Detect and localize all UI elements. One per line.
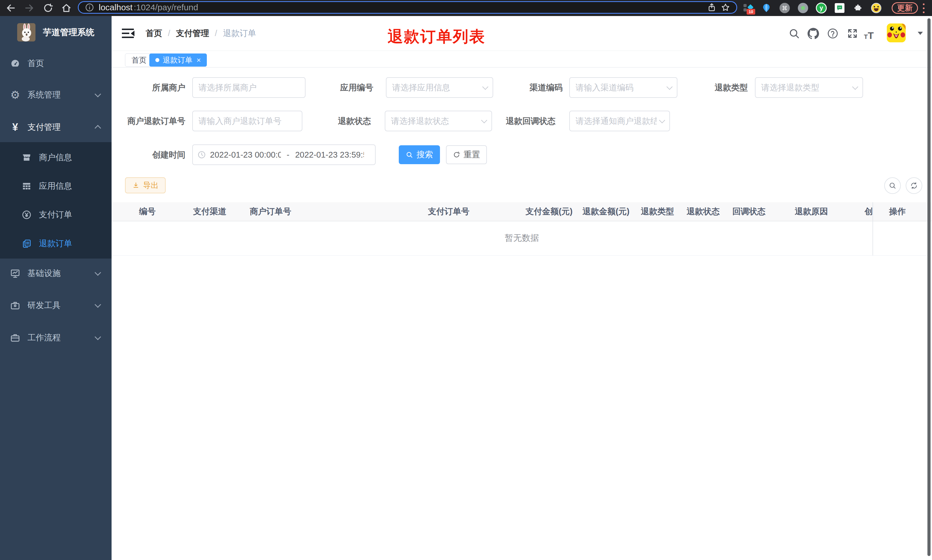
app-logo-row[interactable]: 芋道管理系统 <box>17 23 94 42</box>
clock-icon <box>197 151 206 159</box>
extension-emoji-icon[interactable] <box>871 3 882 14</box>
breadcrumb-separator: / <box>215 29 217 38</box>
site-info-icon[interactable] <box>85 3 94 12</box>
browser-reload-icon[interactable] <box>43 3 53 13</box>
sidebar-item-pay-order[interactable]: 支付订单 <box>0 200 112 229</box>
sidebar-item-label: 支付管理 <box>28 122 61 133</box>
channel-input[interactable] <box>569 77 677 98</box>
github-icon[interactable] <box>807 28 819 39</box>
label-refund-status: 退款状态 <box>314 111 371 131</box>
col-actions: 操作 <box>889 202 906 221</box>
extension-puzzle-icon[interactable] <box>852 3 863 14</box>
share-icon[interactable] <box>707 3 716 12</box>
tab-refund-order[interactable]: 退款订单 × <box>149 54 207 67</box>
notify-status-input[interactable] <box>569 111 670 131</box>
sidebar-item-merchant-info[interactable]: 商户信息 <box>0 143 112 172</box>
font-size-icon[interactable]: TT <box>864 29 880 40</box>
url-host: localhost <box>99 3 132 12</box>
browser-home-icon[interactable] <box>61 3 72 13</box>
merchant-input[interactable] <box>192 77 306 98</box>
sidebar-item-workflow[interactable]: 工作流程 <box>0 323 112 353</box>
merchant-refund-no-input[interactable] <box>192 111 302 131</box>
col-id: 编号 <box>139 202 155 221</box>
refund-type-input[interactable] <box>755 77 863 98</box>
sidebar-item-app-info[interactable]: 应用信息 <box>0 172 112 200</box>
reset-button[interactable]: 重置 <box>446 145 487 164</box>
chevron-down-icon <box>95 91 101 97</box>
extension-chat-icon[interactable] <box>834 3 845 14</box>
merchant-refund-no-field[interactable] <box>192 111 302 131</box>
bookmark-star-icon[interactable] <box>721 3 730 12</box>
label-notify-status: 退款回调状态 <box>490 111 555 131</box>
tags-view-bar: 首页 退款订单 × <box>112 51 932 68</box>
search-button-label: 搜索 <box>417 149 433 160</box>
gear-icon: ⚙ <box>9 89 21 100</box>
breadcrumb: 首页 / 支付管理 / 退款订单 <box>146 16 256 51</box>
tab-label: 退款订单 <box>163 55 192 65</box>
sidebar-item-label: 系统管理 <box>28 89 61 101</box>
extension-balloon-icon[interactable] <box>761 3 772 14</box>
app-input[interactable] <box>386 77 493 98</box>
app-select[interactable] <box>386 77 493 98</box>
sidebar-item-pay[interactable]: ¥ 支付管理 <box>0 112 112 142</box>
avatar-dropdown-caret[interactable] <box>918 32 923 35</box>
address-bar[interactable]: localhost :1024/pay/refund <box>78 1 737 14</box>
tab-home[interactable]: 首页 <box>125 54 153 67</box>
extension-tab-manager-icon[interactable]: 10 <box>743 3 754 14</box>
refund-status-input[interactable] <box>385 111 492 131</box>
merchant-select[interactable] <box>192 77 306 98</box>
col-refund-status: 退款状态 <box>687 202 720 221</box>
date-range-start[interactable]: 2022-01-23 00:00:00 <box>210 150 281 160</box>
sidebar-item-system[interactable]: ⚙ 系统管理 <box>0 80 112 110</box>
table-grid-icon <box>21 182 32 191</box>
sidebar: 芋道管理系统 首页 ⚙ 系统管理 ¥ 支付管理 商户信息 <box>0 16 112 560</box>
date-range-end[interactable]: 2022-01-23 23:59:59 <box>295 150 364 160</box>
col-pay-channel: 支付渠道 <box>193 202 226 221</box>
refresh-table-button[interactable] <box>906 177 922 194</box>
extension-command-icon[interactable] <box>779 3 790 14</box>
sidebar-item-label: 支付订单 <box>39 209 72 220</box>
monitor-chart-icon <box>9 268 21 278</box>
user-avatar[interactable] <box>887 23 906 42</box>
browser-back-icon[interactable] <box>6 3 16 13</box>
header-search-icon[interactable] <box>788 28 800 39</box>
refund-status-select[interactable] <box>385 111 492 131</box>
sidebar-item-dev-tools[interactable]: 研发工具 <box>0 291 112 320</box>
browser-update-button[interactable]: 更新 <box>892 2 918 14</box>
page-scrollbar[interactable] <box>927 18 930 556</box>
sidebar-item-label: 工作流程 <box>28 332 61 343</box>
export-button-label: 导出 <box>143 180 158 191</box>
fullscreen-icon[interactable] <box>847 28 858 39</box>
browser-forward-icon[interactable] <box>24 3 34 13</box>
close-icon[interactable]: × <box>197 56 201 64</box>
toggle-search-button[interactable] <box>884 177 901 194</box>
create-time-range-picker[interactable]: 2022-01-23 00:00:00 - 2022-01-23 23:59:5… <box>192 145 375 165</box>
active-tab-dot <box>155 58 159 62</box>
extension-badge: 10 <box>747 9 755 15</box>
help-icon[interactable] <box>827 28 838 39</box>
sidebar-item-home[interactable]: 首页 <box>0 49 112 78</box>
sidebar-item-label: 首页 <box>28 58 44 69</box>
extensions-row: 10 y <box>743 0 882 16</box>
label-refund-type: 退款类型 <box>691 77 748 98</box>
search-button[interactable]: 搜索 <box>399 145 440 164</box>
breadcrumb-pay[interactable]: 支付管理 <box>176 28 209 39</box>
extension-y-icon[interactable]: y <box>816 3 827 14</box>
extension-dot-icon[interactable] <box>798 3 808 14</box>
yen-circle-icon <box>21 210 32 220</box>
date-range-separator: - <box>285 150 291 160</box>
table-empty-row: 暂无数据 <box>112 221 932 256</box>
channel-select[interactable] <box>569 77 677 98</box>
sidebar-collapse-icon[interactable] <box>122 28 134 39</box>
sidebar-item-infra[interactable]: 基础设施 <box>0 258 112 288</box>
browser-menu-icon[interactable] <box>923 3 925 13</box>
export-button[interactable]: 导出 <box>125 177 166 193</box>
sidebar-item-refund-order[interactable]: 退款订单 <box>0 229 112 258</box>
refund-type-select[interactable] <box>755 77 863 98</box>
col-refund-reason: 退款原因 <box>795 202 828 221</box>
breadcrumb-home[interactable]: 首页 <box>146 28 162 39</box>
chevron-down-icon <box>95 302 101 308</box>
notify-status-select[interactable] <box>569 111 670 131</box>
col-notify-status: 回调状态 <box>732 202 766 221</box>
col-refund-type: 退款类型 <box>641 202 674 221</box>
